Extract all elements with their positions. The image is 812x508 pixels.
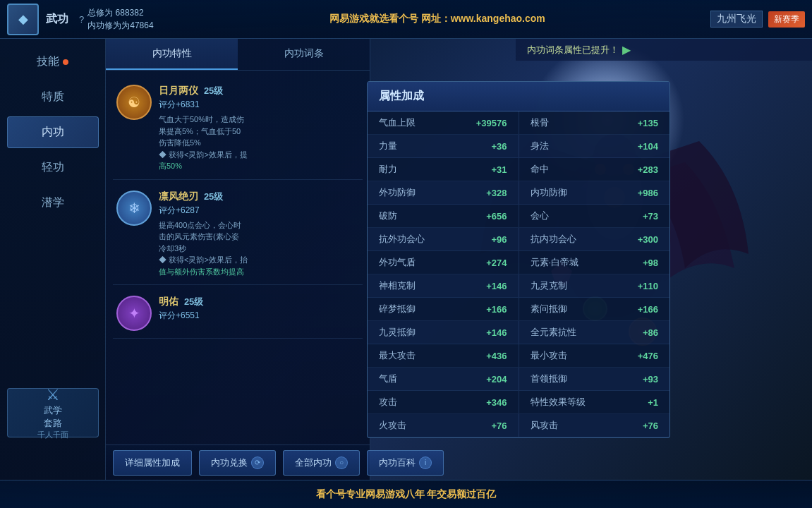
attr-value-right-7: +110	[638, 281, 658, 291]
attr-value-right-10: +476	[638, 351, 658, 361]
sidebar-item-qianxue[interactable]: 潜学	[7, 187, 99, 219]
attr-row: 外功防御 +328 内功防御 +986	[368, 181, 669, 205]
total-stat: 总修为 688382	[87, 6, 153, 19]
top-stats: 总修为 688382 内功修为为47864	[87, 6, 153, 32]
attr-name-right-7: 九灵克制	[531, 279, 567, 292]
attr-cell-right: 九灵克制 +110	[519, 274, 670, 297]
attr-name-left-3: 外功防御	[379, 186, 416, 199]
attr-cell-right: 身法 +104	[519, 135, 670, 157]
attr-value-right-5: +300	[638, 234, 658, 245]
top-banner: 网易游戏就选看个号 网址：www.kangehao.com	[164, 13, 710, 25]
attr-value-left-13: +76	[491, 421, 507, 431]
attr-value-left-11: +204	[486, 374, 507, 385]
attr-cell-left: 神相克制 +146	[368, 274, 519, 297]
game-logo: ◆	[7, 4, 39, 35]
attr-cell-left: 外功防御 +328	[368, 181, 519, 204]
bottom-bar: 看个号专业网易游戏八年 年交易额过百亿	[0, 480, 812, 508]
skill-panel: 内功特性 内功词条 ☯ 日月两仪 25级 评分+6831	[106, 39, 370, 480]
attr-cell-right: 根骨 +135	[519, 111, 670, 134]
attr-cell-right: 命中 +283	[519, 158, 670, 181]
attr-cell-left: 攻击 +346	[368, 391, 519, 413]
wuxue-desc: 千人千面	[37, 430, 68, 440]
nav-label-tezhi: 特质	[42, 90, 64, 104]
attr-value-left-10: +436	[486, 351, 507, 361]
tab-neigong-tiaotiao[interactable]: 内功词条	[238, 39, 370, 70]
list-item[interactable]: ☯ 日月两仪 25级 评分+6831 气血大于50%时，造成伤 果提高5%；气血…	[113, 78, 363, 180]
attr-value-right-1: +104	[638, 141, 658, 152]
sidebar-item-jinen[interactable]: 技能	[7, 46, 99, 78]
attr-value-left-4: +656	[486, 211, 507, 222]
attr-panel: 属性加成 气血上限 +39576 根骨 +135 力量 +36 身法 +104	[367, 81, 670, 438]
sidebar-item-neigong[interactable]: 内功	[7, 116, 99, 148]
detail-attr-button[interactable]: 详细属性加成	[113, 450, 192, 476]
attr-cell-left: 破防 +656	[368, 205, 519, 227]
attr-row: 气血上限 +39576 根骨 +135	[368, 111, 669, 135]
wiki-btn-label: 内功百科	[379, 456, 416, 469]
attr-cell-left: 最大攻击 +436	[368, 344, 519, 367]
wiki-icon: i	[419, 456, 432, 469]
notify-bar: 内功词条属性已提升！ ▶	[516, 39, 812, 61]
wugong-label: 武功	[46, 12, 68, 27]
item-icon-0: ☯	[116, 85, 152, 120]
item-info-1: 凛风绝刃 25级 评分+6287 提高400点会心，会心时 击的风元素伤害(素心…	[159, 190, 359, 278]
item-icon-2: ✦	[116, 296, 152, 331]
tab-neigong-tezi[interactable]: 内功特性	[106, 39, 238, 70]
attr-row: 九灵抵御 +146 全元素抗性 +86	[368, 321, 669, 344]
attr-name-left-2: 耐力	[379, 163, 397, 176]
item-score-2: 评分+6551	[159, 310, 359, 322]
attr-name-right-6: 元素·白帝城	[531, 256, 579, 269]
attr-name-left-9: 九灵抵御	[379, 326, 416, 339]
attr-row: 火攻击 +76 风攻击 +76	[368, 414, 669, 437]
item-info-2: 明佑 25级 评分+6551	[159, 296, 359, 322]
attr-cell-left: 抗外功会心 +96	[368, 228, 519, 250]
attr-row: 外功气盾 +274 元素·白帝城 +98	[368, 251, 669, 274]
attr-value-left-6: +274	[486, 258, 507, 268]
attr-row: 碎梦抵御 +166 素问抵御 +166	[368, 298, 669, 321]
attr-name-right-12: 特性效果等级	[531, 396, 586, 409]
attr-cell-right: 最小攻击 +476	[519, 344, 670, 367]
item-name-2: 明佑 25级	[159, 296, 359, 308]
attr-name-left-0: 气血上限	[379, 116, 416, 129]
bottom-text: 看个号专业网易游戏八年 年交易额过百亿	[316, 488, 497, 501]
attr-row: 最大攻击 +436 最小攻击 +476	[368, 344, 669, 368]
exchange-icon: ⟳	[251, 456, 264, 469]
attr-name-right-13: 风攻击	[531, 419, 558, 432]
sidebar-item-qinggong[interactable]: 轻功	[7, 152, 99, 183]
attr-value-right-9: +86	[643, 327, 658, 338]
item-desc-1: 提高400点会心，会心时 击的风元素伤害(素心姿 冷却3秒 ◆ 获得<灵韵>效果…	[159, 219, 359, 278]
all-neigong-button[interactable]: 全部内功 ○	[283, 450, 360, 476]
attr-name-right-11: 首领抵御	[531, 373, 567, 385]
top-bar: ◆ 武功 ? 总修为 688382 内功修为为47864 网易游戏就选看个号 网…	[0, 0, 812, 39]
attr-row: 抗外功会心 +96 抗内功会心 +300	[368, 228, 669, 251]
nav-label-qinggong: 轻功	[42, 160, 64, 175]
help-icon[interactable]: ?	[79, 14, 84, 25]
attr-value-right-6: +98	[643, 258, 658, 268]
attr-cell-right: 素问抵御 +166	[519, 298, 670, 320]
wuxue-badge[interactable]: ⚔ 武学 套路 千人千面	[7, 388, 99, 437]
attr-value-left-2: +31	[491, 164, 507, 175]
list-item[interactable]: ✦ 明佑 25级 评分+6551	[113, 289, 363, 339]
attr-value-left-12: +346	[486, 397, 507, 408]
attr-row: 力量 +36 身法 +104	[368, 135, 669, 158]
nav-label-neigong: 内功	[42, 125, 64, 140]
item-list: ☯ 日月两仪 25级 评分+6831 气血大于50%时，造成伤 果提高5%；气血…	[106, 71, 370, 349]
attr-value-left-5: +96	[491, 234, 507, 245]
attr-value-left-0: +39576	[476, 118, 507, 128]
wuxue-icon: ⚔	[46, 386, 60, 404]
attr-name-right-3: 内功防御	[531, 186, 567, 199]
attr-name-right-8: 素问抵御	[531, 303, 567, 315]
attr-cell-right: 首领抵御 +93	[519, 368, 670, 390]
attr-value-right-4: +73	[643, 211, 658, 222]
attr-cell-right: 特性效果等级 +1	[519, 391, 670, 413]
attr-cell-left: 外功气盾 +274	[368, 251, 519, 274]
notify-text: 内功词条属性已提升！	[527, 44, 619, 56]
sidebar-item-tezhi[interactable]: 特质	[7, 81, 99, 113]
attr-name-left-11: 气盾	[379, 373, 397, 385]
attr-cell-right: 元素·白帝城 +98	[519, 251, 670, 274]
wiki-button[interactable]: 内功百科 i	[367, 450, 444, 476]
attr-row: 神相克制 +146 九灵克制 +110	[368, 274, 669, 298]
list-item[interactable]: ❄ 凛风绝刃 25级 评分+6287 提高400点会心，会心时 击的风元素伤害(…	[113, 183, 363, 286]
item-score-1: 评分+6287	[159, 205, 359, 217]
attr-name-left-6: 外功气盾	[379, 256, 416, 269]
exchange-button[interactable]: 内功兑换 ⟳	[199, 450, 276, 476]
